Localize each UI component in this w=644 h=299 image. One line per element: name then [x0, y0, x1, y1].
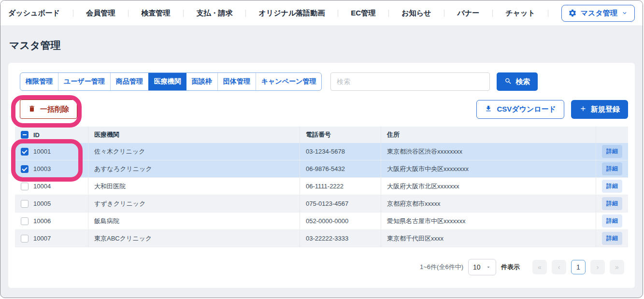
- divider: [128, 10, 129, 17]
- plus-icon: [579, 105, 587, 114]
- row-institution: すずきクリニック: [88, 195, 300, 212]
- detail-button[interactable]: 詳細: [602, 232, 622, 245]
- csv-download-label: CSVダウンロード: [497, 105, 556, 114]
- per-page-suffix-label: 件表示: [501, 263, 520, 271]
- new-registration-button[interactable]: 新規登録: [571, 100, 628, 119]
- nav-item-dashboard[interactable]: ダッシュボード: [8, 9, 60, 18]
- pagination-next-button[interactable]: ›: [590, 260, 605, 274]
- divider: [338, 10, 338, 17]
- row-actions: 詳細: [596, 160, 628, 177]
- row-actions: 詳細: [596, 195, 628, 212]
- row-id-cell: 10007: [15, 230, 88, 247]
- row-id-cell: 10001: [15, 143, 88, 160]
- row-checkbox[interactable]: [21, 183, 29, 190]
- detail-button[interactable]: 詳細: [602, 214, 622, 228]
- divider: [444, 10, 444, 17]
- tab-organizations[interactable]: 団体管理: [217, 73, 256, 90]
- row-checkbox[interactable]: [21, 165, 29, 173]
- table-row: 10003 あすなろクリニック 06-9876-5432 大阪府大阪市中央区xx…: [15, 160, 628, 178]
- row-checkbox[interactable]: [21, 235, 29, 242]
- row-institution: 飯島病院: [88, 213, 300, 229]
- row-actions: 詳細: [596, 230, 628, 247]
- download-icon: [485, 105, 492, 114]
- select-all-checkbox[interactable]: [21, 131, 29, 139]
- row-institution: 東京ABCクリニック: [88, 230, 300, 247]
- row-phone: 03-1234-5678: [300, 143, 381, 160]
- pagination-last-button[interactable]: »: [610, 260, 624, 274]
- table-header-row: ID 医療機関 電話番号 住所: [15, 127, 628, 143]
- header-cell-address: 住所: [381, 127, 596, 143]
- page-title: マスタ管理: [9, 39, 643, 52]
- nav-item-billing[interactable]: 支払・請求: [196, 9, 232, 18]
- divider: [492, 10, 493, 17]
- chevron-down-icon: [621, 10, 628, 16]
- row-phone: 03-22222-3333: [300, 230, 381, 247]
- tab-users[interactable]: ユーザー管理: [58, 73, 110, 90]
- tab-group: 権限管理 ユーザー管理 商品管理 医療機関 面談枠 団体管理 キャンペーン管理: [20, 72, 322, 91]
- table-row: 10004 大和田医院 06-1111-2222 大阪府大阪市北区xxxxxxx…: [15, 178, 628, 195]
- nav-master-menu-label: マスタ管理: [581, 9, 617, 18]
- row-institution: 佐々木クリニック: [88, 143, 300, 160]
- nav-item-videos[interactable]: オリジナル落語動画: [258, 9, 325, 18]
- header-cell-id: ID: [15, 127, 88, 143]
- row-address: 東京都千代田区xxxx: [381, 230, 596, 247]
- header-id-label: ID: [33, 131, 40, 139]
- row-institution: 大和田医院: [88, 178, 300, 195]
- bulk-delete-label: 一括削除: [40, 105, 69, 114]
- per-page-select[interactable]: 10: [468, 259, 496, 275]
- nav-item-members[interactable]: 会員管理: [86, 9, 115, 18]
- csv-download-button[interactable]: CSVダウンロード: [476, 100, 564, 119]
- row-id: 10007: [33, 235, 51, 242]
- row-phone: 06-9876-5432: [300, 160, 381, 177]
- row-id: 10005: [33, 200, 51, 207]
- nav-item-banner[interactable]: バナー: [457, 9, 479, 18]
- table-row: 10006 飯島病院 052-0000-0000 愛知県名古屋市中区xxxxxx…: [15, 213, 628, 230]
- nav-item-ec[interactable]: EC管理: [351, 9, 375, 18]
- search-icon: [504, 77, 512, 86]
- tab-permissions[interactable]: 権限管理: [20, 73, 58, 90]
- row-id-cell: 10005: [15, 195, 88, 212]
- row-id-cell: 10006: [15, 213, 88, 229]
- detail-button[interactable]: 詳細: [602, 162, 622, 175]
- new-registration-label: 新規登録: [591, 105, 620, 114]
- header-cell-institution: 医療機関: [88, 127, 300, 143]
- row-checkbox[interactable]: [21, 217, 29, 225]
- header-cell-actions: [596, 127, 628, 143]
- nav-item-news[interactable]: お知らせ: [401, 9, 431, 18]
- search-input[interactable]: [330, 72, 490, 91]
- detail-button[interactable]: 詳細: [602, 197, 622, 210]
- search-button[interactable]: 検索: [497, 72, 538, 91]
- right-actions: CSVダウンロード 新規登録: [476, 100, 628, 119]
- tab-interview-slots[interactable]: 面談枠: [186, 73, 217, 90]
- tab-campaigns[interactable]: キャンペーン管理: [256, 73, 322, 90]
- row-actions: 詳細: [596, 143, 628, 160]
- pagination-prev-button[interactable]: ‹: [552, 260, 566, 274]
- row-checkbox[interactable]: [21, 148, 29, 156]
- table-row: 10001 佐々木クリニック 03-1234-5678 東京都渋谷区渋谷xxxx…: [15, 143, 628, 160]
- row-actions: 詳細: [596, 213, 628, 229]
- pagination-range-text: 1~6件(全6件中): [420, 263, 463, 271]
- tab-medical-institutions[interactable]: 医療機関: [148, 73, 186, 90]
- nav-item-examinations[interactable]: 検査管理: [141, 9, 170, 18]
- row-id: 10003: [33, 165, 51, 172]
- row-id-cell: 10003: [15, 160, 88, 177]
- row-checkbox[interactable]: [21, 200, 29, 208]
- nav-master-menu-button[interactable]: マスタ管理: [561, 5, 635, 22]
- bulk-delete-button[interactable]: 一括削除: [20, 100, 77, 119]
- tab-products[interactable]: 商品管理: [110, 73, 148, 90]
- row-institution: あすなろクリニック: [88, 160, 300, 177]
- row-id: 10004: [33, 183, 51, 190]
- row-address: 愛知県名古屋市中区xxxxxxx: [381, 213, 596, 229]
- pagination-first-button[interactable]: «: [532, 260, 547, 274]
- row-phone: 06-1111-2222: [300, 178, 381, 195]
- divider: [73, 10, 73, 17]
- per-page-value: 10: [473, 263, 481, 271]
- detail-button[interactable]: 詳細: [602, 180, 622, 193]
- institutions-table: ID 医療機関 電話番号 住所 10001 佐々木クリニック 03-1234-5…: [15, 127, 628, 247]
- divider: [183, 10, 184, 17]
- nav-item-chat[interactable]: チャット: [505, 9, 535, 18]
- detail-button[interactable]: 詳細: [602, 145, 622, 158]
- pagination-page-1-button[interactable]: 1: [571, 260, 586, 274]
- row-phone: 052-0000-0000: [300, 213, 381, 229]
- row-id: 10001: [33, 148, 51, 155]
